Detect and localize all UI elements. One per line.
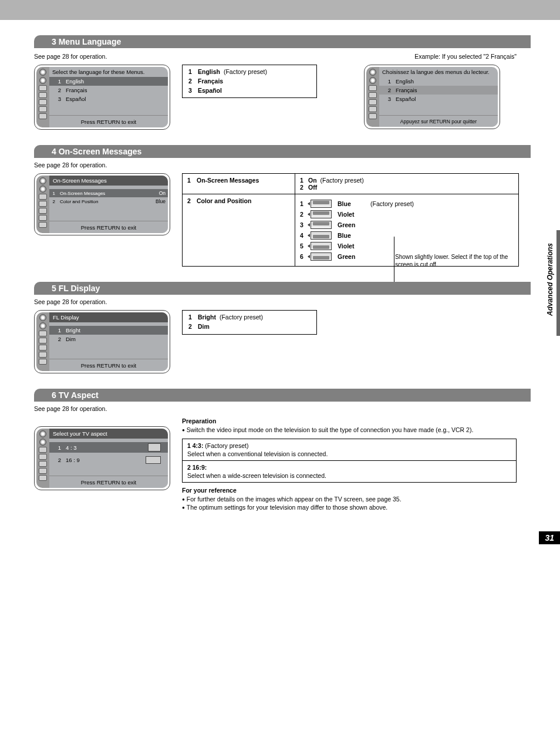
bracket-note: Shown slightly lower. Select if the top … [395, 253, 512, 268]
bar-icon [39, 99, 47, 105]
bar-icon [39, 92, 47, 98]
section-tv-aspect: 6 TV Aspect See page 28 for operation. [34, 389, 531, 511]
section4-note: See page 28 for operation. [34, 161, 531, 169]
disc-icon [39, 77, 46, 84]
disc-icon [39, 186, 46, 193]
bar-icon [39, 113, 47, 119]
position-icon [311, 231, 332, 240]
menu-icon-strip [366, 67, 379, 127]
bar-icon [39, 359, 47, 365]
disc-icon [369, 69, 376, 76]
menu-icon-strip [36, 67, 49, 127]
menu-icon-strip [36, 429, 49, 488]
bar-icon [39, 475, 47, 481]
menu-language-options: 1 English (Factory preset) 2 Français 3 … [182, 65, 317, 98]
osm-osd: On-Screen Messages 1 On-Screen Messages … [34, 173, 170, 235]
page-number: 31 [539, 531, 560, 544]
menu-footer: Press RETURN to exit [49, 359, 168, 371]
section3-example-label: Example: If you selected "2 Français" [414, 53, 517, 60]
position-icon [311, 242, 332, 250]
section6-note: See page 28 for operation. [34, 405, 531, 412]
position-icon [311, 200, 332, 208]
bar-icon [369, 85, 377, 91]
disc-icon [39, 439, 46, 446]
opt-espanol: 3 Español [188, 86, 311, 96]
reference-heading: For your reference [182, 486, 517, 494]
disc-icon [39, 430, 46, 437]
menu-item-francais-selected: 2 Français [379, 86, 498, 95]
bar-icon [39, 194, 47, 200]
position-icon [311, 252, 332, 261]
aspect-item-169: 2 16 : 9 [49, 455, 168, 465]
bar-icon [39, 222, 47, 228]
osm-item-1: 1 On-Screen Messages On [49, 189, 168, 197]
reference-line-2: The optimum settings for your television… [182, 503, 517, 511]
menu-item-english: 1 English [49, 77, 168, 86]
menu-item-english: 1 English [379, 77, 498, 86]
side-tab-label: Advanced Operations [546, 243, 554, 316]
menu-title: On-Screen Messages [49, 176, 168, 186]
osm-row1-label: 1On-Screen Messages [183, 174, 295, 194]
opt-english: 1 English (Factory preset) [188, 68, 311, 77]
bar-icon [39, 345, 47, 351]
bar-icon [39, 106, 47, 112]
bar-icon [369, 92, 377, 98]
section6-header: 6 TV Aspect [34, 389, 531, 402]
bar-icon [39, 331, 47, 336]
tv-aspect-details: Preparation Switch the video input mode … [182, 417, 517, 511]
fl-item-bright: 1 Bright [49, 326, 168, 335]
bar-icon [39, 85, 47, 91]
tv-aspect-options: 1 4:3: (Factory preset) Select when a co… [182, 439, 517, 483]
bar-icon [39, 447, 47, 453]
disc-icon [39, 69, 46, 76]
fl-item-dim: 2 Dim [49, 335, 168, 343]
menu-language-osd: Select the language for these Menus. 1 E… [34, 65, 170, 130]
section-menu-language: 3 Menu Language See page 28 for operatio… [34, 35, 531, 130]
disc-icon [39, 314, 46, 321]
menu-item-espanol: 3 Español [49, 95, 168, 103]
opt-dim: 2 Dim [188, 322, 311, 332]
aspect-43-icon [148, 443, 161, 452]
menu-item-francais: 2 Français [49, 86, 168, 95]
menu-footer: Press RETURN to exit [49, 115, 168, 127]
osm-item-2: 2 Color and Position Blue [49, 197, 168, 205]
menu-footer: Appuyez sur RETURN pour quitter [379, 115, 498, 127]
section5-header: 5 FL Display [34, 282, 531, 295]
osm-options-table: 1On-Screen Messages 1 On (Factory preset… [182, 173, 519, 267]
section3-header: 3 Menu Language [34, 35, 531, 48]
bar-icon [369, 99, 377, 105]
fl-display-osd: FL Display 1 Bright 2 Dim Press RETURN t… [34, 310, 170, 373]
preparation-heading: Preparation [182, 417, 517, 425]
preparation-text: Switch the video input mode on the telev… [182, 426, 517, 434]
aspect-item-43: 1 4 : 3 [49, 442, 168, 453]
section5-note: See page 28 for operation. [34, 298, 531, 305]
disc-icon [39, 322, 46, 329]
bar-icon [39, 208, 47, 214]
section-fl-display: 5 FL Display See page 28 for operation. [34, 282, 531, 373]
disc-icon [39, 177, 46, 184]
disc-icon [369, 77, 376, 84]
bar-icon [369, 113, 377, 119]
bar-icon [39, 201, 47, 207]
position-icon [311, 210, 332, 218]
menu-icon-strip [36, 176, 49, 233]
bar-icon [39, 454, 47, 460]
bar-icon [39, 338, 47, 343]
menu-icon-strip [36, 312, 49, 371]
fl-display-options: 1 Bright (Factory preset) 2 Dim [182, 310, 317, 335]
bar-icon [39, 352, 47, 358]
section-onscreen-messages: 4 On-Screen Messages See page 28 for ope… [34, 145, 531, 267]
menu-title: FL Display [49, 312, 168, 322]
menu-title: Choisissez la langue des menus du lecteu… [379, 67, 498, 77]
opt-francais: 2 Français [188, 77, 311, 86]
bar-icon [369, 106, 377, 112]
menu-language-osd-french: Choisissez la langue des menus du lecteu… [364, 65, 500, 129]
tv-aspect-osd: Select your TV aspect 1 4 : 3 2 16 : 9 [34, 426, 170, 490]
position-icon [311, 221, 332, 229]
aspect-opt-43: 1 4:3: (Factory preset) Select when a co… [183, 439, 516, 461]
opt-bright: 1 Bright (Factory preset) [188, 313, 311, 322]
osm-row2-opts: 1Blue (Factory preset) 2Violet 3Green 4B… [295, 194, 518, 266]
menu-title: Select the language for these Menus. [49, 67, 168, 77]
osm-row2-label: 2Color and Position [183, 194, 295, 266]
top-gray-bar [0, 0, 560, 20]
